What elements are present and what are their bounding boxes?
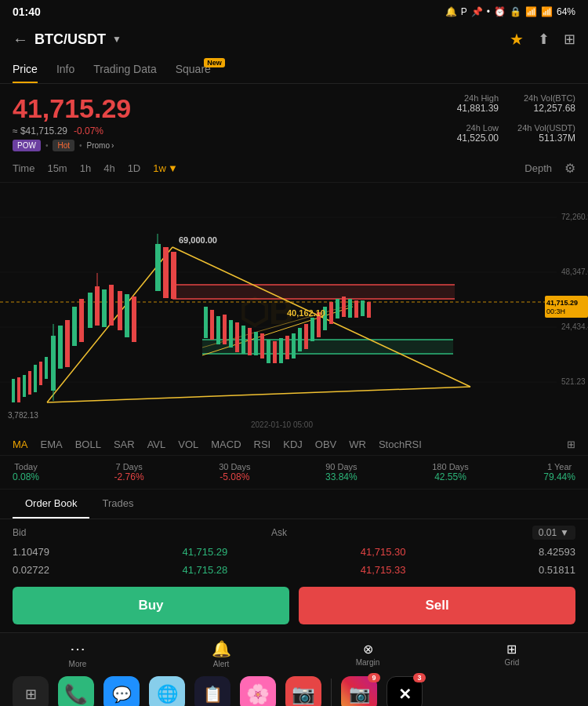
- interval-1w[interactable]: 1w ▼: [153, 162, 178, 174]
- precision-dropdown-icon: ▼: [560, 527, 569, 538]
- svg-rect-73: [367, 302, 371, 318]
- table-row: 1.10479 41,715.29 41,715.30 8.42593: [13, 543, 575, 561]
- indicator-avl[interactable]: AVL: [147, 439, 166, 450]
- indicator-stochrsi[interactable]: StochRSI: [379, 439, 422, 450]
- indicator-vol[interactable]: VOL: [178, 439, 198, 450]
- svg-text:00:3H: 00:3H: [546, 308, 565, 315]
- svg-rect-38: [102, 289, 107, 327]
- nav-margin[interactable]: ⊗ Margin: [356, 642, 380, 667]
- pair-title[interactable]: BTC/USDT: [34, 31, 106, 48]
- perf-90d-value: 33.84%: [325, 471, 358, 482]
- svg-text:24,434.46: 24,434.46: [561, 322, 588, 331]
- ask-size-2: 0.51811: [539, 564, 575, 576]
- nav-grid[interactable]: ⊞ Grid: [504, 642, 519, 667]
- svg-rect-33: [72, 307, 77, 346]
- svg-rect-54: [248, 328, 252, 355]
- svg-rect-63: [304, 324, 308, 349]
- new-badge: New: [204, 58, 225, 67]
- tab-price[interactable]: Price: [13, 55, 38, 83]
- nav-margin-label: Margin: [356, 658, 380, 667]
- bid-size-2: 0.02722: [13, 564, 49, 576]
- perf-180d-value: 42.55%: [434, 471, 466, 482]
- x-icon: ✕: [398, 685, 412, 704]
- sell-button[interactable]: Sell: [299, 587, 575, 624]
- clipboard-icon: 📋: [203, 685, 223, 704]
- tab-trades[interactable]: Trades: [89, 489, 146, 519]
- star-icon[interactable]: ★: [510, 30, 524, 49]
- indicator-rsi[interactable]: RSI: [254, 439, 271, 450]
- header: ← BTC/USDT ▼ ★ ⬆ ⊞: [0, 24, 588, 55]
- svg-rect-56: [260, 333, 264, 358]
- interval-1h[interactable]: 1h: [80, 162, 91, 174]
- instagram-badge: 9: [368, 673, 380, 682]
- promo-arrow-icon: ›: [111, 141, 114, 150]
- phone-icon: 📞: [64, 683, 88, 705]
- svg-rect-71: [354, 300, 358, 318]
- stats-grid: 24h High 41,881.39 24h Vol(BTC) 12,257.6…: [441, 93, 575, 151]
- svg-rect-51: [229, 320, 233, 348]
- svg-rect-47: [204, 307, 208, 338]
- indicator-sar[interactable]: SAR: [114, 439, 135, 450]
- indicator-ema[interactable]: EMA: [41, 439, 63, 450]
- ask-price2-2: 41,715.33: [361, 564, 406, 576]
- bid-size-1: 1.10479: [13, 546, 49, 558]
- svg-rect-61: [292, 333, 296, 358]
- tab-square[interactable]: Square New: [176, 55, 211, 83]
- wifi-icon: 📶: [525, 6, 537, 17]
- perf-1y: 1 Year 79.44%: [543, 462, 575, 482]
- svg-text:2022-01-10 05:00: 2022-01-10 05:00: [251, 420, 313, 429]
- buy-button[interactable]: Buy: [13, 587, 289, 624]
- chart-area: 72,260.90 48,347.67 24,434.46 521.23: [0, 183, 588, 434]
- svg-rect-43: [155, 244, 161, 291]
- more-icon: ⋯: [70, 639, 85, 658]
- pair-dropdown-icon[interactable]: ▼: [112, 34, 122, 45]
- indicator-wr[interactable]: WR: [349, 439, 366, 450]
- chat-app[interactable]: 💬: [103, 676, 140, 706]
- apps-button[interactable]: ⊞: [13, 676, 49, 706]
- back-button[interactable]: ←: [13, 31, 28, 49]
- status-icons: 🔔 P 📌 • ⏰ 🔒 📶 📶 64%: [445, 6, 575, 17]
- browser-app[interactable]: 🌐: [149, 676, 185, 706]
- status-bar: 01:40 🔔 P 📌 • ⏰ 🔒 📶 📶 64%: [0, 0, 588, 24]
- indicator-boll[interactable]: BOLL: [75, 439, 101, 450]
- vol-btc-label: 24h Vol(BTC): [517, 93, 575, 103]
- status-time: 01:40: [13, 5, 41, 18]
- order-book-tabs: Order Book Trades: [0, 489, 588, 519]
- indicator-obv[interactable]: OBV: [315, 439, 336, 450]
- indicator-expand-icon[interactable]: ⊞: [567, 439, 575, 450]
- indicator-kdj[interactable]: KDJ: [283, 439, 303, 450]
- tab-order-book[interactable]: Order Book: [13, 489, 89, 519]
- clipboard-app[interactable]: 📋: [194, 676, 230, 706]
- svg-rect-59: [279, 338, 283, 363]
- dock-divider: [331, 679, 332, 706]
- camera-app[interactable]: 📷: [285, 676, 321, 706]
- interval-1d[interactable]: 1D: [128, 162, 141, 174]
- flower-app[interactable]: 🌸: [240, 676, 276, 706]
- perf-30d-value: -5.08%: [220, 471, 249, 482]
- ask-price-2: 41,715.28: [182, 564, 227, 576]
- indicator-macd[interactable]: MACD: [211, 439, 241, 450]
- svg-rect-28: [51, 336, 56, 391]
- interval-4h[interactable]: 4h: [103, 162, 114, 174]
- svg-rect-48: [210, 310, 214, 340]
- perf-180d: 180 Days 42.55%: [432, 462, 468, 482]
- tab-trading-data[interactable]: Trading Data: [93, 55, 156, 83]
- interval-15m[interactable]: 15m: [47, 162, 67, 174]
- precision-selector[interactable]: 0.01 ▼: [532, 526, 575, 540]
- depth-button[interactable]: Depth: [524, 162, 552, 174]
- phone-app[interactable]: 📞: [58, 676, 94, 706]
- perf-90d: 90 Days 33.84%: [325, 462, 358, 482]
- share-icon[interactable]: ⬆: [538, 31, 550, 48]
- tab-info[interactable]: Info: [56, 55, 74, 83]
- perf-today: Today 0.08%: [13, 462, 39, 482]
- indicator-ma[interactable]: MA: [13, 439, 28, 450]
- svg-rect-68: [336, 299, 339, 318]
- chart-settings-icon[interactable]: ⚙: [564, 161, 575, 176]
- nav-alert[interactable]: 🔔 Alert: [212, 639, 231, 668]
- svg-rect-60: [285, 336, 289, 359]
- ask-price2-1: 41,715.30: [361, 546, 406, 558]
- low24h-value: 41,525.00: [441, 133, 499, 144]
- nav-more[interactable]: ⋯ More: [69, 639, 87, 668]
- grid-icon[interactable]: ⊞: [564, 31, 575, 48]
- apps-icon: ⊞: [25, 686, 37, 703]
